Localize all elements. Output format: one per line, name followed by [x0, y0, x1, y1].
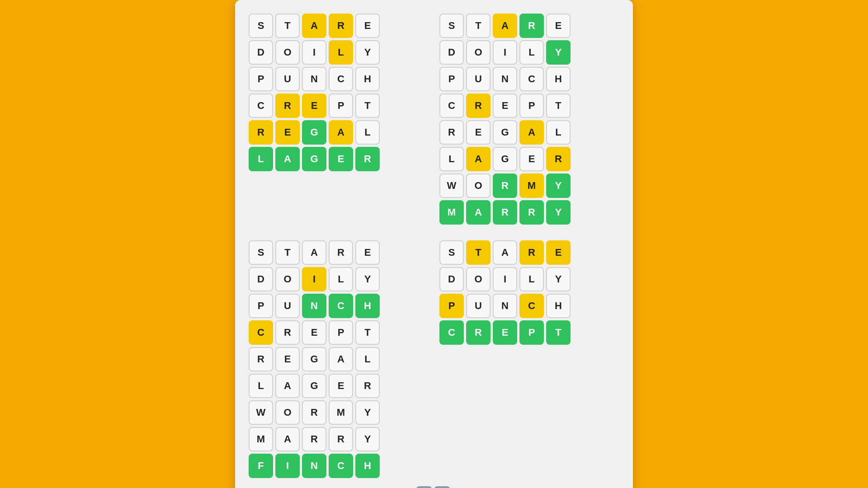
grid-cell: M	[519, 174, 544, 198]
grid-cell: L	[519, 267, 544, 291]
grid-row: LAGER	[249, 147, 429, 171]
grid-row: PUNCH	[249, 294, 429, 318]
grid-cell: C	[249, 320, 273, 345]
top-grids-row: STAREDOILYPUNCHCREPTREGALLAGER STAREDOIL…	[249, 14, 619, 227]
grid-cell: A	[329, 120, 353, 145]
grid-cell: L	[249, 147, 273, 171]
grid-cell: N	[493, 294, 517, 318]
grid-cell: D	[249, 267, 273, 291]
score-digit-8: 8	[434, 486, 450, 488]
grid-cell: R	[466, 320, 491, 345]
grid-cell: L	[355, 347, 380, 371]
grid-cell: N	[302, 67, 326, 91]
grid-row: REGAL	[249, 120, 429, 145]
grid-cell: R	[519, 14, 544, 38]
grid-row: WORMY	[249, 400, 429, 425]
grid-cell: I	[302, 267, 326, 291]
grid-cell: O	[275, 40, 300, 65]
grid-cell: G	[302, 374, 326, 398]
grid-row: REGAL	[439, 120, 619, 145]
footer-word-marry: MARRY	[458, 486, 515, 488]
score-digit-6: 6	[416, 486, 432, 488]
grid-cell: L	[329, 40, 353, 65]
grid-cell: D	[439, 267, 464, 291]
grid-row: REGAL	[249, 347, 429, 371]
grid-cell: C	[519, 294, 544, 318]
grid-top-left: STAREDOILYPUNCHCREPTREGALLAGER	[249, 14, 429, 227]
grid-cell: P	[439, 67, 464, 91]
grid-row: DOILY	[439, 267, 619, 291]
grid-cell: R	[355, 147, 380, 171]
grid-cell: Y	[546, 267, 571, 291]
grid-bottom-right: STAREDOILYPUNCHCREPT	[439, 240, 619, 480]
grid-cell: A	[466, 200, 491, 225]
grid-cell: R	[249, 120, 273, 145]
grid-row: CREPT	[249, 94, 429, 118]
grid-cell: E	[546, 240, 571, 265]
grid-cell: R	[329, 14, 353, 38]
grid-cell: L	[355, 120, 380, 145]
grid-cell: A	[275, 427, 300, 451]
grid-cell: G	[302, 347, 326, 371]
grid-cell: G	[493, 147, 517, 171]
grid-cell: E	[355, 14, 380, 38]
grid-row: CREPT	[249, 320, 429, 345]
grid-cell: O	[466, 40, 491, 65]
grid-row: LAGER	[439, 147, 619, 171]
grid-cell: L	[439, 147, 464, 171]
grid-cell: S	[249, 240, 273, 265]
grid-cell: I	[493, 267, 517, 291]
grid-cell: C	[519, 67, 544, 91]
grid-cell: E	[355, 240, 380, 265]
grid-cell: N	[493, 67, 517, 91]
grid-cell: A	[519, 120, 544, 145]
grid-cell: R	[302, 427, 326, 451]
footer: LAGER 6 8 MARRY FINCH 9 4 CREPT	[249, 486, 619, 488]
grid-cell: R	[302, 400, 326, 425]
grid-cell: A	[302, 14, 326, 38]
grid-cell: R	[355, 374, 380, 398]
grid-cell: E	[275, 120, 300, 145]
grid-cell: W	[439, 174, 464, 198]
grid-cell: M	[329, 400, 353, 425]
footer-row-1: LAGER 6 8 MARRY	[353, 486, 515, 488]
grid-cell: Y	[546, 200, 571, 225]
grid-cell: R	[519, 200, 544, 225]
grid-cell: U	[275, 294, 300, 318]
grid-cell: A	[493, 14, 517, 38]
grid-cell: A	[302, 240, 326, 265]
grid-cell: F	[249, 454, 273, 478]
grid-cell: R	[546, 147, 571, 171]
grid-row: PUNCH	[439, 294, 619, 318]
grid-cell: T	[275, 240, 300, 265]
grid-row: CREPT	[439, 94, 619, 118]
grid-cell: P	[329, 320, 353, 345]
grid-cell: R	[329, 240, 353, 265]
grid-cell: U	[466, 294, 491, 318]
grid-cell: R	[493, 200, 517, 225]
grid-cell: H	[546, 67, 571, 91]
grid-cell: A	[275, 374, 300, 398]
grid-cell: T	[546, 320, 571, 345]
grid-cell: R	[519, 240, 544, 265]
grid-cell: I	[493, 40, 517, 65]
grid-cell: Y	[355, 427, 380, 451]
grid-cell: P	[249, 294, 273, 318]
grid-row: CREPT	[439, 320, 619, 345]
grid-row: DOILY	[439, 40, 619, 65]
grid-cell: Y	[355, 40, 380, 65]
grid-row: PUNCH	[439, 67, 619, 91]
grid-cell: N	[302, 294, 326, 318]
grid-row: STARE	[439, 240, 619, 265]
grid-row: WORMY	[439, 174, 619, 198]
grid-cell: U	[466, 67, 491, 91]
grid-cell: P	[519, 94, 544, 118]
grid-cell: C	[329, 67, 353, 91]
grid-cell: E	[329, 147, 353, 171]
grid-row: STARE	[249, 240, 429, 265]
grid-bottom-left: STAREDOILYPUNCHCREPTREGALLAGERWORMYMARRY…	[249, 240, 429, 480]
grid-cell: T	[546, 94, 571, 118]
grid-cell: S	[439, 14, 464, 38]
grid-cell: U	[275, 67, 300, 91]
grid-row: LAGER	[249, 374, 429, 398]
